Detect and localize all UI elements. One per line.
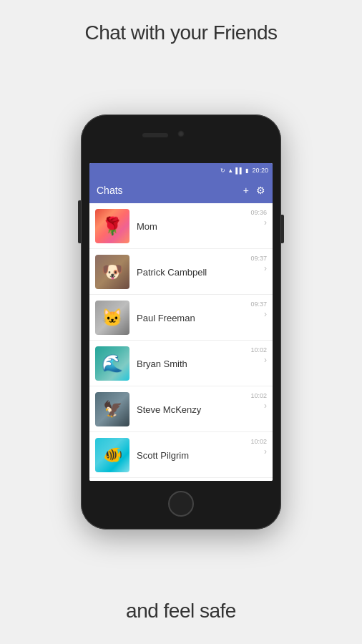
battery-icon: ▮ (245, 167, 248, 174)
bottom-tagline: and feel safe (126, 600, 236, 644)
status-time: 20:20 (252, 167, 268, 174)
chat-item[interactable]: Bryan Smith10:02› (89, 341, 273, 386)
rotation-icon: ↻ (220, 167, 225, 174)
chat-meta: 09:37› (250, 301, 267, 319)
chat-item[interactable]: Scott Pilgrim10:02› (89, 432, 273, 478)
settings-button[interactable]: ⚙ (256, 185, 265, 196)
chat-chevron-icon: › (264, 218, 267, 228)
chat-time: 10:02 (250, 438, 267, 445)
chat-info: Scott Pilgrim (137, 449, 267, 462)
chat-avatar (95, 392, 129, 426)
chat-name: Paul Freeman (137, 313, 195, 323)
chat-time: 10:02 (250, 346, 267, 353)
chat-time: 10:02 (250, 392, 267, 399)
phone-camera (177, 130, 185, 137)
chat-name: Patrick Cambpell (137, 267, 207, 278)
chat-chevron-icon: › (264, 355, 267, 365)
chat-item[interactable]: Patrick Cambpell09:37› (89, 249, 273, 295)
chat-name: Scott Pilgrim (137, 450, 189, 461)
chat-chevron-icon: › (264, 263, 267, 273)
app-header: Chats + ⚙ (89, 177, 273, 203)
chat-meta: 10:02› (250, 346, 267, 365)
chat-item[interactable]: Antony Adams10:11› (89, 478, 273, 481)
phone-home-button[interactable] (168, 491, 194, 517)
phone-speaker (142, 133, 168, 137)
chat-chevron-icon: › (264, 447, 267, 457)
chat-avatar (95, 209, 129, 243)
chat-item[interactable]: Steve McKenzy10:02› (89, 386, 273, 432)
chat-info: Steve McKenzy (137, 403, 267, 416)
status-icons: ↻ ▲ ▌▌ ▮ 20:20 (220, 167, 268, 174)
phone-screen: ↻ ▲ ▌▌ ▮ 20:20 Chats + ⚙ (89, 163, 273, 481)
chat-info: Patrick Cambpell (137, 265, 267, 278)
chat-avatar (95, 301, 129, 335)
chat-meta: 10:02› (250, 392, 267, 411)
chat-time: 09:37 (250, 255, 267, 262)
chat-list: Mom09:36›Patrick Cambpell09:37›Paul Free… (89, 203, 273, 481)
top-tagline: Chat with your Friends (84, 0, 277, 44)
chat-avatar (95, 255, 129, 289)
wifi-icon: ▲ (228, 167, 233, 174)
phone-body: ↻ ▲ ▌▌ ▮ 20:20 Chats + ⚙ (81, 114, 281, 530)
phone-mockup: ↻ ▲ ▌▌ ▮ 20:20 Chats + ⚙ (81, 114, 281, 530)
chat-name: Mom (137, 221, 157, 232)
status-bar: ↻ ▲ ▌▌ ▮ 20:20 (89, 163, 273, 177)
chat-meta: 09:36› (250, 209, 267, 228)
chat-time: 09:37 (250, 301, 267, 308)
chat-avatar (95, 438, 129, 472)
signal-icon: ▌▌ (235, 167, 243, 174)
chat-name: Bryan Smith (137, 358, 187, 369)
chat-chevron-icon: › (264, 309, 267, 319)
chat-chevron-icon: › (264, 401, 267, 411)
chat-avatar (95, 346, 129, 381)
chat-item[interactable]: Mom09:36› (89, 203, 273, 249)
chat-info: Paul Freeman (137, 311, 267, 324)
chat-meta: 10:02› (250, 438, 267, 457)
header-actions: + ⚙ (243, 185, 265, 196)
chat-item[interactable]: Paul Freeman09:37› (89, 295, 273, 341)
app-title: Chats (97, 185, 123, 196)
chat-meta: 09:37› (250, 255, 267, 273)
chat-info: Mom (137, 220, 267, 233)
add-chat-button[interactable]: + (243, 185, 249, 196)
chat-name: Steve McKenzy (137, 404, 201, 415)
chat-info: Bryan Smith (137, 357, 267, 370)
chat-time: 09:36 (250, 209, 267, 216)
